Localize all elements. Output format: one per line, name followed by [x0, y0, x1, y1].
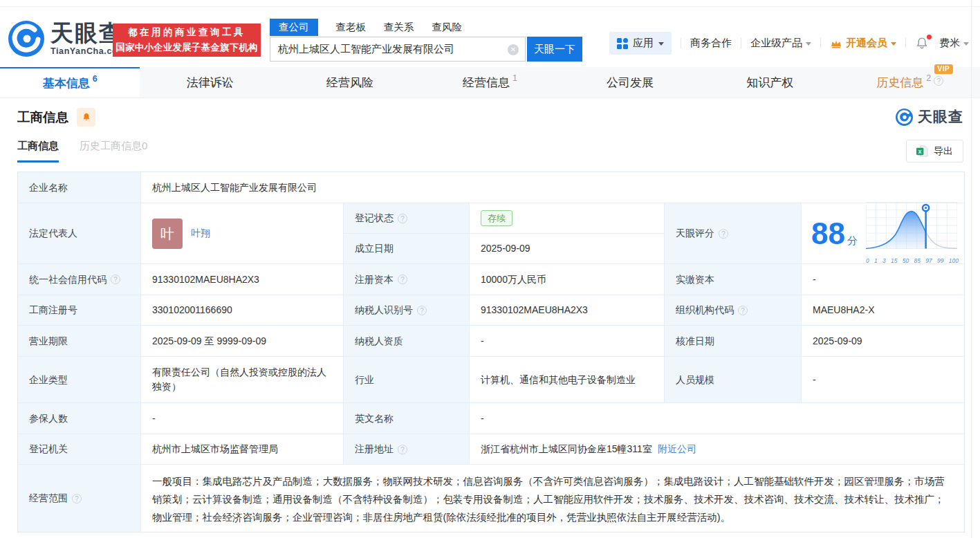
tianyancha-logo-icon: [8, 21, 44, 57]
search-area: 查公司 查老板 查关系 查风险 天眼一下: [270, 18, 582, 62]
help-icon[interactable]: [398, 214, 407, 223]
notifications-bell[interactable]: [915, 36, 930, 51]
site-header: 天眼查 TianYanCha.com 都在用的商业查询工具 国家中小企业发展子基…: [0, 7, 980, 66]
watermark-brand: 天眼查: [918, 107, 963, 127]
field-company-type-value: 有限责任公司（自然人投资或控股的法人独资）: [141, 357, 344, 403]
field-reg-authority-label: 登记机关: [18, 434, 141, 465]
field-staff-size-value: -: [802, 357, 964, 403]
apps-menu[interactable]: 应用: [609, 32, 672, 55]
field-org-code-value: MAEU8HA2-X: [802, 295, 964, 326]
field-reg-capital-value: 10000万人民币: [470, 264, 665, 295]
section-header: 工商信息 天眼查: [17, 107, 963, 127]
search-box: [270, 37, 526, 62]
field-company-name-label: 企业名称: [18, 172, 141, 203]
scrollbar-track[interactable]: [971, 0, 972, 538]
subtab-history-business-info[interactable]: 历史工商信息0: [80, 140, 147, 160]
slogan-line1: 都在用的商业查询工具: [113, 25, 261, 40]
search-type-tabs: 查公司 查老板 查关系 查风险: [270, 18, 582, 37]
apps-label: 应用: [633, 37, 654, 50]
header-nav: 应用 商务合作 企业级产品 开通会员: [609, 32, 969, 55]
subtab-business-info[interactable]: 工商信息: [17, 140, 59, 163]
user-menu[interactable]: 费米: [939, 37, 969, 50]
field-establish-date-label: 成立日期: [344, 234, 470, 264]
search-input[interactable]: [278, 44, 504, 55]
slogan-banner: 都在用的商业查询工具 国家中小企业发展子基金旗下机构: [113, 24, 261, 57]
tab-intellectual-property[interactable]: 知识产权: [700, 67, 840, 98]
help-icon[interactable]: [398, 275, 407, 284]
field-legal-rep-label: 法定代表人: [18, 203, 141, 264]
search-button[interactable]: 天眼一下: [527, 37, 582, 62]
field-reg-no-value: 330102001166690: [141, 295, 344, 326]
legal-rep-name-link[interactable]: 叶翔: [191, 226, 210, 241]
field-taxpayer-no-value: 91330102MAEU8HA2X3: [470, 295, 665, 326]
field-industry-label: 行业: [344, 357, 470, 403]
field-address-label: 注册地址: [344, 434, 470, 465]
field-paid-capital-label: 实缴资本: [665, 264, 802, 295]
field-reg-authority-value: 杭州市上城区市场监督管理局: [141, 434, 344, 465]
nearby-companies-link[interactable]: 附近公司: [658, 442, 696, 456]
tianyancha-logo[interactable]: 天眼查 TianYanCha.com: [8, 21, 126, 57]
slogan-line2: 国家中小企业发展子基金旗下机构: [113, 40, 261, 55]
field-business-scope-label: 经营范围: [18, 465, 141, 532]
tab-operating-info[interactable]: 经营信息 1: [420, 67, 560, 98]
search-tab-boss[interactable]: 查老板: [336, 21, 367, 34]
tab-basic-info[interactable]: 基本信息 6: [0, 67, 140, 98]
field-credit-code-label: 统一社会信用代码: [18, 264, 141, 295]
tab-operating-risk[interactable]: 经营风险: [280, 67, 420, 98]
search-tab-company[interactable]: 查公司: [270, 19, 318, 36]
username: 费米: [939, 37, 960, 50]
field-paid-capital-value: -: [802, 264, 964, 295]
nav-business-cooperation[interactable]: 商务合作: [690, 37, 732, 50]
chevron-down-icon: [658, 42, 664, 46]
help-icon[interactable]: [934, 76, 943, 86]
field-english-name-value: -: [470, 403, 964, 434]
crown-icon: [830, 38, 842, 49]
nav-enterprise-products[interactable]: 企业级产品: [750, 37, 811, 50]
nav-divider: [681, 38, 681, 48]
nav-divider: [905, 38, 906, 48]
business-info-subtabs: 工商信息 历史工商信息0 x 导出: [17, 140, 963, 163]
help-icon[interactable]: [738, 306, 748, 315]
field-credit-code-value: 91330102MAEU8HA2X3: [141, 264, 344, 295]
field-taxpayer-quality-label: 纳税人资质: [344, 326, 470, 357]
help-icon[interactable]: [398, 445, 407, 454]
help-icon[interactable]: [111, 275, 120, 284]
tab-company-development[interactable]: 公司发展: [560, 67, 700, 98]
field-approve-date-label: 核准日期: [665, 326, 802, 357]
score-number: 88: [811, 219, 845, 249]
field-address-value: 浙江省杭州市上城区同协金座15幢311室 附近公司: [470, 434, 964, 465]
subscribe-bell-button[interactable]: [77, 108, 95, 127]
nav-open-vip[interactable]: 开通会员: [830, 37, 896, 50]
field-approve-date-value: 2025-09-09: [802, 326, 964, 357]
search-tab-risk[interactable]: 查风险: [432, 21, 463, 34]
field-reg-capital-label: 注册资本: [344, 264, 470, 295]
field-term-label: 营业期限: [18, 326, 141, 357]
tianyancha-logo-icon: [896, 109, 913, 126]
field-reg-status-value: 存续: [470, 203, 665, 234]
section-title: 工商信息: [17, 109, 68, 126]
legal-rep-avatar[interactable]: 叶: [152, 219, 183, 249]
watermark-logo: 天眼查: [896, 107, 963, 127]
help-icon[interactable]: [417, 306, 427, 315]
tab-legal-proceedings[interactable]: 法律诉讼: [140, 67, 279, 98]
field-tyc-score-label: 天眼评分: [665, 203, 802, 264]
bell-icon: [82, 112, 91, 122]
help-icon[interactable]: [72, 494, 82, 503]
help-icon[interactable]: [719, 229, 728, 239]
search-tab-relation[interactable]: 查关系: [384, 21, 414, 34]
field-company-name-value: 杭州上城区人工智能产业发展有限公司: [141, 172, 964, 203]
nav-divider: [820, 38, 821, 48]
export-button[interactable]: x 导出: [906, 140, 963, 163]
score-curve: [866, 202, 957, 252]
field-staff-size-label: 人员规模: [665, 357, 802, 403]
status-badge: 存续: [481, 210, 512, 226]
clear-search-icon[interactable]: [508, 44, 519, 55]
field-org-code-label: 组织机构代码: [665, 295, 802, 326]
field-english-name-label: 英文名称: [344, 403, 470, 434]
excel-icon: x: [916, 145, 928, 157]
score-unit: 分: [847, 233, 858, 249]
tab-history-info[interactable]: VIP 历史信息 2: [840, 67, 980, 98]
field-industry-value: 计算机、通信和其他电子设备制造业: [470, 357, 665, 403]
field-insured-num-label: 参保人数: [18, 403, 141, 434]
tianyancha-company-page: 天眼查 TianYanCha.com 都在用的商业查询工具 国家中小企业发展子基…: [0, 0, 980, 538]
